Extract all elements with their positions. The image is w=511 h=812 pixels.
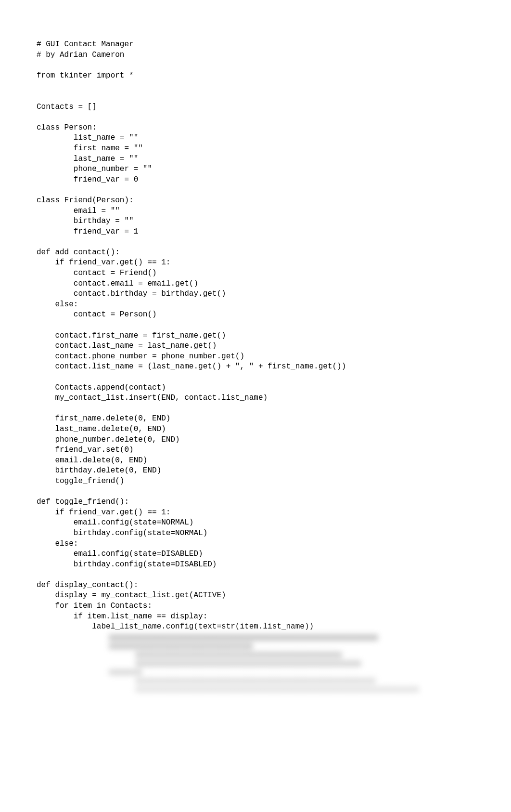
blurred-line [135,660,361,667]
blurred-preview-region [37,634,474,693]
blurred-line [109,634,378,641]
blurred-line [109,669,142,676]
blurred-line [135,686,419,693]
blurred-line [135,652,342,658]
blurred-line [135,678,376,684]
code-block: # GUI Contact Manager # by Adrian Camero… [37,39,474,632]
blurred-line [109,643,253,650]
